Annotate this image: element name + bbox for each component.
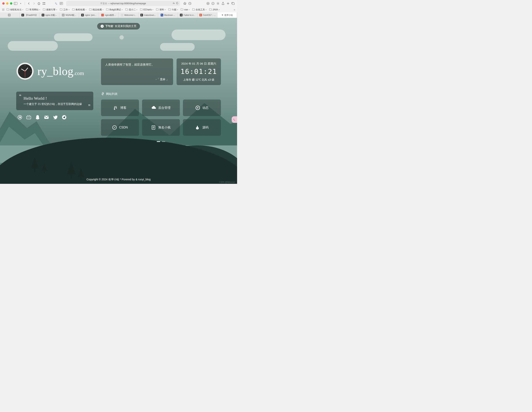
close-window[interactable] [2,2,5,5]
bookmarks-overflow-icon[interactable]: » [234,8,235,11]
link-icon [101,92,104,96]
link-label: 源码 [202,126,209,130]
link-card-doc[interactable]: 無名小栈 [142,119,180,136]
svg-point-21 [2,9,3,9]
browser-tab[interactable]: Bnginx: [em... [79,12,99,18]
bookmark-folder[interactable]: 工作▾ [59,8,71,12]
browser-tab[interactable]: PsMardown ... [158,12,178,18]
svg-point-23 [4,9,4,9]
share-icon[interactable] [221,2,225,5]
browser-tab[interactable]: Bmakedown... [138,12,158,18]
telegram-icon[interactable] [62,115,67,120]
blog-icon [113,106,118,110]
bookmark-folder[interactable]: Bolg折腾记▾ [105,8,124,12]
svg-point-28 [3,10,3,11]
browser-tab[interactable]: Bnginx 的配... [39,12,59,18]
fire-icon [195,125,200,130]
cloud-decoration [171,29,226,40]
star-icon[interactable] [183,2,187,5]
svg-rect-5 [44,4,45,5]
folder-icon [209,8,212,11]
folder-icon [72,8,75,11]
page-dot-1[interactable] [157,141,160,142]
bookmark-folder[interactable]: 常用网站▾ [25,8,41,12]
browser-tab[interactable]: BFailed to e... [178,12,198,18]
folder-icon [168,8,171,11]
reload-icon[interactable] [176,2,179,5]
tab-favicon: C [62,14,65,16]
link-card-cloud[interactable]: 后台管理 [142,99,180,116]
bookmark-folder[interactable]: 花小二▾ [124,8,138,12]
back-icon[interactable] [27,2,31,5]
bookmark-folder[interactable]: 精品收藏▾ [88,8,104,12]
browser-tab[interactable]: Welcome t... [119,12,138,18]
footer: Copyright © 2024 依琴小站 * Porered by & ruo… [0,178,237,181]
svg-rect-41 [27,116,31,119]
page-dot-2[interactable] [162,141,165,142]
browser-tab[interactable]: ✦依琴小站 [218,12,237,18]
bookmark-folder[interactable]: vue▾ [180,8,190,12]
tab-label: nginx: [em... [85,14,96,16]
page-content: i 下午好 欢迎来到我的主页 ry_blog [0,18,237,184]
link-card-blog[interactable]: 博客 [101,99,139,116]
mail-icon[interactable] [44,115,49,120]
settings-icon[interactable] [216,2,220,5]
downloads-icon[interactable] [206,2,210,5]
browser-tab[interactable]: nginx服务... [99,12,119,18]
bookmark-folder[interactable]: 在线工具▾ [191,8,208,12]
bilibili-icon[interactable] [26,115,31,120]
translate-badge-icon[interactable]: 🗛 [173,2,175,5]
link-label: CSDN [119,126,128,129]
svg-point-51 [197,107,198,108]
tab-label: makedown... [144,14,156,16]
right-column: 人类侥幸拥有了智慧，就应该善用它。 -「 意林 」 2024 年 01 月 06… [101,59,221,142]
watermark: CSDN @Wjhsmart [219,181,235,183]
sidebar-toggle-icon[interactable] [14,2,17,5]
grid-mini-icon[interactable] [2,8,5,11]
bookmark-folder[interactable]: JAVA▾ [208,8,221,12]
info-icon[interactable] [211,2,215,5]
browser-tab[interactable]: B [0,12,20,18]
address-bar[interactable]: 不安全 — wjhsmart.top:8080/blog/homepage 🗛 [66,1,180,6]
browser-tab[interactable]: Z【FastDFS】 [20,12,40,18]
bookmark-folder[interactable]: 搜索引擎▾ [42,8,58,12]
link-card-disc[interactable]: 动态 [183,99,221,116]
address-url: wjhsmart.top:8080/blog/homepage [110,2,146,5]
bookmark-folder[interactable]: 教程收藏▾ [71,8,87,12]
bookmark-folder[interactable]: 绿联私有云▾ [5,8,24,12]
reader-icon[interactable] [60,2,63,5]
bookmark-folder[interactable]: 资料▾ [155,8,167,12]
tabs-overview-icon[interactable] [231,2,235,5]
translate-float-button[interactable]: 文A [232,116,237,123]
chevron-down-icon[interactable]: ▾ [19,2,22,5]
link-label: 無名小栈 [158,126,171,130]
svg-rect-0 [14,2,17,5]
social-row [16,115,93,120]
history-icon[interactable] [188,2,192,5]
translate-icon[interactable]: 文A [55,2,58,5]
gitee-icon[interactable] [17,115,22,120]
grid-icon[interactable] [42,2,46,5]
home-icon[interactable] [37,2,41,5]
svg-point-44 [28,117,28,118]
browser-tab[interactable]: CNGINX配... [59,12,79,18]
new-tab-icon[interactable] [226,2,230,5]
qq-icon[interactable] [35,115,40,120]
svg-point-39 [24,71,26,72]
link-label: 后台管理 [158,106,171,110]
bookmark-folder[interactable]: 斗图▾ [167,8,179,12]
svg-point-29 [4,10,4,11]
browser-tab[interactable]: CCentOS7：... [198,12,218,18]
tab-favicon: Ps [161,14,163,16]
quote-card: 人类侥幸拥有了智慧，就应该善用它。 -「 意林 」 [101,59,173,85]
bookmark-folder[interactable]: ECharts▾ [139,8,154,12]
twitter-icon[interactable] [53,115,58,120]
info-icon: i [101,25,104,28]
link-card-fire[interactable]: 源码 [183,119,221,136]
folder-icon [60,8,62,11]
tab-label: Mardown ... [164,14,175,16]
forward-icon[interactable] [32,2,36,5]
minimize-window[interactable] [6,2,9,5]
maximize-window[interactable] [10,2,12,5]
link-card-compass[interactable]: CSDN [101,119,139,136]
